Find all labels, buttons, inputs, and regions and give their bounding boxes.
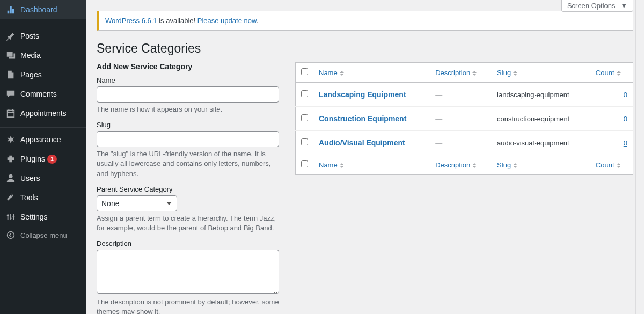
dashboard-icon	[5, 4, 16, 15]
appearance-icon	[5, 134, 16, 145]
main-content: Screen Options ▼ WordPress 6.6.1 is avai…	[86, 0, 644, 314]
row-checkbox[interactable]	[301, 138, 308, 145]
plugins-icon	[5, 154, 16, 164]
name-input[interactable]	[97, 86, 279, 103]
category-slug: construction-equipment	[497, 115, 569, 123]
page-title: Service Categories	[97, 41, 633, 56]
wordpress-version-link[interactable]: WordPress 6.6.1	[105, 17, 157, 25]
svg-point-0	[9, 174, 12, 178]
slug-label: Slug	[97, 121, 279, 129]
screen-options-button[interactable]: Screen Options ▼	[561, 0, 633, 12]
name-description: The name is how it appears on your site.	[97, 105, 279, 114]
column-footer-count[interactable]: Count	[596, 161, 621, 169]
add-term-form: Add New Service Category Name The name i…	[97, 62, 279, 314]
vertical-scrollbar[interactable]	[635, 0, 644, 314]
column-header-name[interactable]: Name	[319, 69, 344, 77]
parent-description: Assign a parent term to create a hierarc…	[97, 214, 279, 233]
table-row: Landscaping Equipment — landscaping-equi…	[296, 83, 633, 107]
pin-icon	[5, 31, 16, 41]
sort-icon	[472, 71, 477, 76]
description-textarea[interactable]	[97, 250, 279, 294]
svg-point-7	[8, 232, 14, 239]
category-slug: landscaping-equipment	[497, 91, 569, 99]
column-footer-name[interactable]: Name	[319, 161, 344, 169]
svg-rect-2	[10, 214, 11, 220]
sidebar-item-label: Posts	[20, 32, 39, 40]
category-count-link[interactable]: 0	[624, 91, 627, 99]
sidebar-item-tools[interactable]: Tools	[0, 188, 86, 207]
column-footer-slug[interactable]: Slug	[497, 161, 517, 169]
category-name-link[interactable]: Audio/Visual Equipment	[319, 138, 405, 147]
table-row: Construction Equipment — construction-eq…	[296, 107, 633, 131]
category-name-link[interactable]: Landscaping Equipment	[319, 90, 406, 99]
svg-rect-1	[8, 214, 9, 220]
collapse-label: Collapse menu	[20, 231, 67, 239]
sidebar-item-label: Users	[20, 174, 40, 182]
sidebar-item-label: Media	[20, 51, 41, 60]
description-label: Description	[97, 239, 279, 247]
sidebar-item-label: Appointments	[20, 109, 67, 118]
plugins-update-badge: 1	[47, 155, 57, 164]
categories-table: Name Description Slug Count Landscaping …	[295, 62, 633, 175]
menu-separator	[0, 125, 86, 128]
sidebar-item-posts[interactable]: Posts	[0, 26, 86, 46]
sidebar-item-label: Tools	[20, 193, 38, 202]
sort-icon	[340, 71, 344, 76]
sort-icon	[513, 163, 517, 168]
sort-icon	[617, 163, 621, 168]
sort-icon	[340, 163, 344, 168]
sidebar-item-appointments[interactable]: Appointments	[0, 104, 86, 123]
notice-end: .	[257, 17, 259, 25]
sidebar-item-comments[interactable]: Comments	[0, 84, 86, 104]
sidebar-item-label: Plugins	[20, 155, 45, 163]
column-header-slug[interactable]: Slug	[497, 69, 517, 77]
sidebar-item-settings[interactable]: Settings	[0, 207, 86, 227]
sidebar-item-label: Settings	[20, 213, 48, 221]
sidebar-item-pages[interactable]: Pages	[0, 65, 86, 84]
category-count-link[interactable]: 0	[624, 115, 627, 123]
column-header-count[interactable]: Count	[596, 69, 621, 77]
select-all-checkbox[interactable]	[301, 68, 308, 75]
media-icon	[5, 50, 16, 61]
collapse-icon	[5, 231, 16, 239]
sort-icon	[513, 71, 517, 76]
sidebar-item-users[interactable]: Users	[0, 169, 86, 188]
sidebar-item-appearance[interactable]: Appearance	[0, 130, 86, 149]
category-count-link[interactable]: 0	[624, 139, 627, 147]
comments-icon	[5, 89, 16, 99]
settings-icon	[5, 211, 16, 222]
category-name-link[interactable]: Construction Equipment	[319, 114, 406, 123]
slug-description: The "slug" is the URL-friendly version o…	[97, 149, 279, 179]
table-row: Audio/Visual Equipment — audio-visual-eq…	[296, 131, 633, 155]
sidebar-item-label: Pages	[20, 70, 42, 79]
notice-text: is available!	[157, 17, 197, 25]
column-header-description[interactable]: Description	[435, 69, 477, 77]
name-label: Name	[97, 76, 279, 84]
row-checkbox[interactable]	[301, 90, 308, 97]
slug-input[interactable]	[97, 131, 279, 147]
sort-icon	[617, 71, 621, 76]
select-all-checkbox-footer[interactable]	[301, 160, 308, 167]
category-description: —	[435, 91, 442, 99]
category-slug: audio-visual-equipment	[497, 139, 569, 147]
update-now-link[interactable]: Please update now	[197, 17, 257, 25]
sidebar-item-plugins[interactable]: Plugins 1	[0, 149, 86, 169]
collapse-menu-button[interactable]: Collapse menu	[0, 227, 86, 244]
update-notice: WordPress 6.6.1 is available! Please upd…	[97, 11, 633, 31]
sidebar-item-label: Dashboard	[20, 5, 57, 14]
users-icon	[5, 173, 16, 184]
chevron-down-icon: ▼	[620, 2, 627, 10]
column-footer-description[interactable]: Description	[435, 161, 477, 169]
row-checkbox[interactable]	[301, 114, 308, 121]
svg-rect-5	[10, 218, 12, 219]
sort-icon	[472, 163, 477, 168]
parent-select[interactable]: None	[97, 195, 177, 211]
description-description: The description is not prominent by defa…	[97, 297, 279, 314]
calendar-icon	[5, 108, 16, 119]
sidebar-item-media[interactable]: Media	[0, 46, 86, 65]
sidebar-item-label: Comments	[20, 90, 57, 98]
category-description: —	[435, 139, 442, 147]
sidebar-item-dashboard[interactable]: Dashboard	[0, 0, 86, 19]
svg-rect-4	[7, 215, 9, 216]
sidebar-item-label: Appearance	[20, 135, 61, 144]
